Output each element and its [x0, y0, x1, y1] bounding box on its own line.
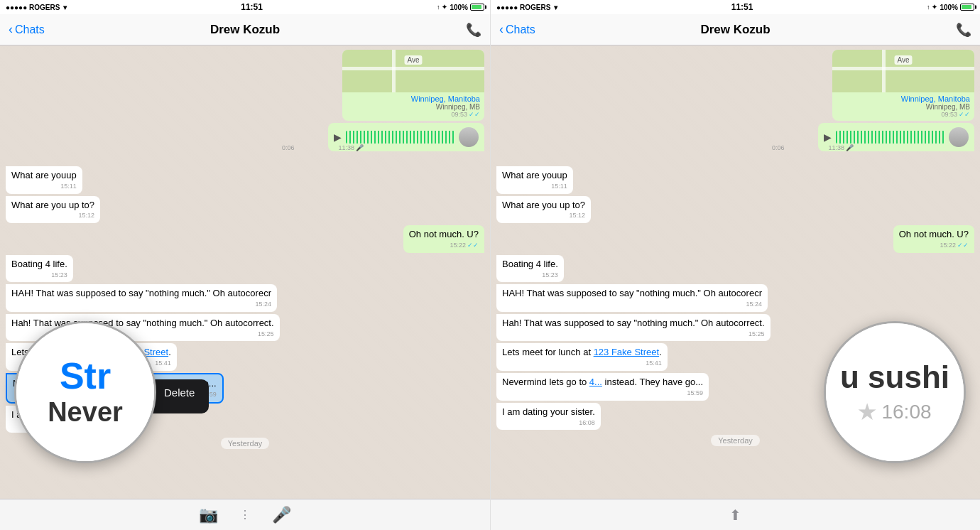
msg-boating-right: Boating 4 life. 15:23 [496, 255, 974, 283]
avatar-left [459, 127, 479, 147]
ticks-notmuch-right: ✓✓ [957, 242, 969, 250]
arrow-icon-right: ↑ [927, 4, 930, 11]
battery-text-left: 100% [450, 4, 468, 11]
msg-text-upto-left: What are you up to? [11, 200, 94, 210]
delete-button-left[interactable]: Delete [149, 379, 209, 413]
mic-icon-right: 🎤 [846, 144, 854, 151]
camera-icon-left[interactable]: 📷 [199, 506, 218, 524]
voice-duration-right: 0:06 [772, 144, 785, 151]
chat-area-left: Ave Winnipeg, Manitoba Winnipeg, MB 09:5… [0, 45, 490, 499]
arrow-icon-left: ↑ [437, 4, 440, 11]
wifi-icon-left: ▾ [63, 4, 67, 11]
chevron-left-icon-left: ‹ [9, 22, 13, 37]
msg-time-boating-left: 15:23 [51, 271, 67, 280]
chevron-left-icon-right: ‹ [499, 22, 503, 37]
back-button-right[interactable]: ‹ Chats [499, 22, 535, 37]
voice-time-right: 11:38 [828, 144, 844, 151]
map-thumbnail-left: Ave [342, 50, 484, 92]
bluetooth-icon-left: ✦ [442, 4, 447, 11]
location-name-right: Winnipeg, Manitoba [837, 94, 970, 103]
mag-left-text2: Never [48, 397, 123, 428]
voice-duration-left: 0:06 [282, 144, 295, 151]
msg-hah-right: HAH! That was supposed to say "nothing m… [496, 284, 974, 312]
blue-ticks-location-right: ✓✓ [959, 111, 970, 118]
voice-message-right: ▶ 0:06 11:38 🎤 [496, 123, 974, 151]
msg-notmuch-left: Oh not much. U? 15:22 ✓✓ [6, 225, 484, 253]
msg-time-nevermind-right: 15:59 [687, 389, 704, 398]
day-divider-right: Yesterday [711, 435, 760, 446]
nav-bar-right: ‹ Chats Drew Kozub 📞 [491, 14, 980, 45]
msg-text-hah2-right: Hah! That was supposed to say "nothing m… [502, 318, 765, 328]
msg-time-hah2-right: 15:25 [748, 330, 765, 339]
location-time-left: 09:53 [451, 111, 467, 118]
map-thumbnail-right: Ave [832, 50, 974, 92]
msg-time-upto-right: 15:12 [570, 212, 586, 220]
map-label-right: Ave [894, 55, 912, 65]
phone-icon-left: 📞 [466, 23, 481, 37]
msg-time-youup-right: 15:11 [551, 183, 567, 191]
map-label-left: Ave [404, 55, 422, 65]
msg-text-hah-left: HAH! That was supposed to say "nothing m… [11, 288, 271, 298]
nav-bar-left: ‹ Chats Drew Kozub 📞 [0, 14, 490, 45]
upload-icon-right[interactable]: ⬆ [729, 507, 741, 524]
msg-text-hah-right: HAH! That was supposed to say "nothing m… [502, 288, 762, 298]
carrier-left: ●●●●● ROGERS [6, 4, 60, 11]
phone-button-right[interactable]: 📞 [956, 22, 971, 38]
msg-upto-right: What are you up to? 15:12 [496, 196, 974, 224]
msg-time-hah-left: 15:24 [255, 301, 271, 309]
msg-time-lunch-left: 15:41 [155, 359, 171, 368]
msg-text-sister-right: I am dating your sister. [502, 406, 595, 417]
location-message-right: Ave Winnipeg, Manitoba Winnipeg, MB 09:5… [496, 50, 974, 121]
status-bar-right: ●●●●● ROGERS ▾ 11:51 ↑ ✦ 100% [491, 0, 980, 14]
waveform-right [836, 131, 944, 144]
msg-time-boating-right: 15:23 [542, 271, 558, 280]
status-left: ●●●●● ROGERS ▾ [6, 4, 67, 11]
play-icon-left[interactable]: ▶ [334, 131, 342, 143]
battery-text-right: 100% [940, 4, 958, 11]
msg-youup-right: What are youup 15:11 [496, 166, 974, 194]
msg-time-hah-right: 15:24 [746, 301, 762, 309]
battery-right [960, 4, 974, 11]
location-sub-left: Winnipeg, MB [347, 103, 480, 111]
time-left: 11:51 [241, 2, 263, 12]
mag-time: 16:08 [881, 401, 931, 423]
msg-text-nevermind-right: Nevermind lets go to 4... instead. They … [502, 377, 703, 387]
location-time-right: 09:53 [941, 111, 957, 118]
msg-text-youup-left: What are youup [11, 170, 77, 180]
phone-button-left[interactable]: 📞 [466, 22, 481, 38]
mic-bottom-icon-left[interactable]: 🎤 [272, 506, 291, 524]
msg-text-upto-right: What are you up to? [502, 200, 585, 210]
back-button-left[interactable]: ‹ Chats [9, 22, 45, 37]
dots-icon-left[interactable]: ⋮ [239, 508, 251, 521]
msg-hah-left: HAH! That was supposed to say "nothing m… [6, 284, 484, 312]
back-label-right: Chats [506, 23, 535, 36]
chat-bottom-left: 📷 ⋮ 🎤 [0, 499, 490, 530]
msg-notmuch-right: Oh not much. U? 15:22 ✓✓ [496, 225, 974, 253]
chat-area-right: Ave Winnipeg, Manitoba Winnipeg, MB 09:5… [491, 45, 980, 499]
day-divider-left: Yesterday [221, 438, 270, 449]
msg-text-hah2-left: Hah! That was supposed to say "nothing m… [11, 318, 274, 328]
wifi-icon-right: ▾ [554, 4, 557, 11]
msg-text-notmuch-right: Oh not much. U? [899, 229, 969, 239]
bluetooth-icon-right: ✦ [932, 4, 937, 11]
play-icon-right[interactable]: ▶ [824, 131, 832, 143]
msg-time-upto-left: 15:12 [79, 212, 95, 220]
status-bar-left: ●●●●● ROGERS ▾ 11:51 ↑ ✦ 100% [0, 0, 490, 14]
magnifier-left: Str Never [14, 321, 156, 463]
waveform-left [346, 131, 454, 144]
status-right-right: ↑ ✦ 100% [927, 4, 974, 11]
msg-text-youup-right: What are youup [502, 170, 567, 180]
right-phone: ●●●●● ROGERS ▾ 11:51 ↑ ✦ 100% ‹ Chats Dr… [490, 0, 980, 530]
location-message-left: Ave Winnipeg, Manitoba Winnipeg, MB 09:5… [6, 50, 484, 121]
msg-text-notmuch-left: Oh not much. U? [409, 229, 479, 239]
ticks-notmuch-left: ✓✓ [467, 242, 479, 250]
mag-right-text1: u sushi [840, 360, 949, 394]
msg-youup-left: What are youup 15:11 [6, 166, 484, 194]
chat-bottom-right: ⬆ [491, 499, 980, 530]
msg-text-lunch-right: Lets meet for lunch at 123 Fake Street. [502, 347, 662, 357]
status-right-left: ↑ ✦ 100% [437, 4, 484, 11]
location-name-left: Winnipeg, Manitoba [347, 94, 480, 103]
mag-star-icon: ★ [858, 401, 876, 424]
magnifier-right: u sushi ★ 16:08 [824, 321, 966, 463]
voice-time-left: 11:38 [338, 144, 354, 151]
